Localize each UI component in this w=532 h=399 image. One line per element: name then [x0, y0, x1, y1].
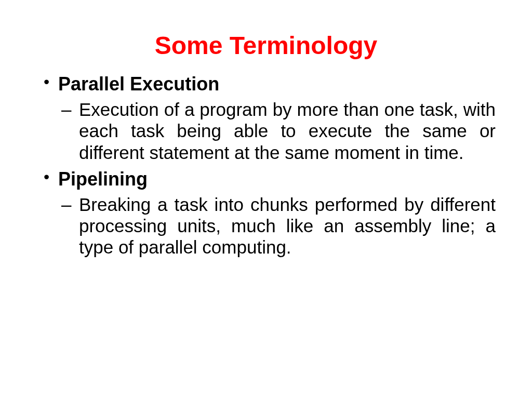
term-item: Pipelining Breaking a task into chunks p… — [36, 167, 496, 258]
term-name: Pipelining — [58, 167, 496, 191]
definition-list: Execution of a program by more than one … — [58, 99, 496, 163]
term-list: Parallel Execution Execution of a progra… — [36, 72, 496, 258]
term-name: Parallel Execution — [58, 72, 496, 96]
definition-list: Breaking a task into chunks performed by… — [58, 194, 496, 258]
slide-title: Some Terminology — [36, 31, 496, 60]
slide-content: Parallel Execution Execution of a progra… — [36, 72, 496, 258]
term-item: Parallel Execution Execution of a progra… — [36, 72, 496, 163]
term-definition: Breaking a task into chunks performed by… — [58, 194, 496, 258]
term-definition: Execution of a program by more than one … — [58, 99, 496, 163]
